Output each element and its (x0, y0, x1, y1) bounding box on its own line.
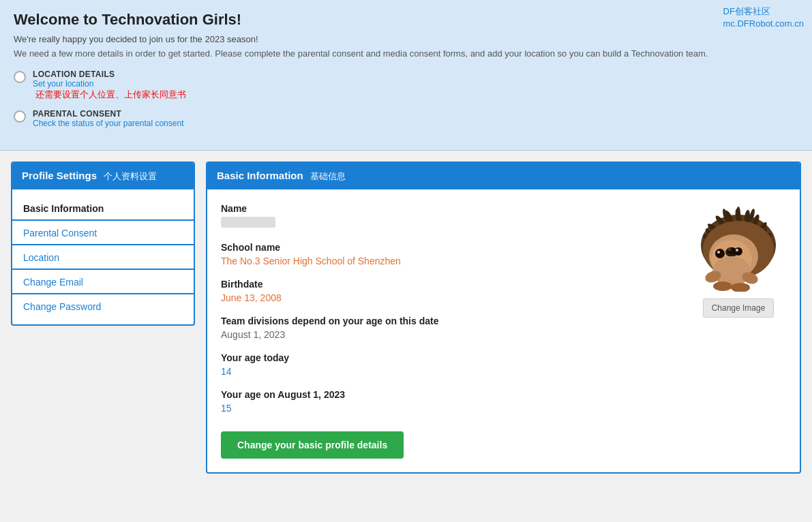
set-location-link[interactable]: Set your location (33, 79, 186, 89)
svg-point-10 (736, 206, 740, 220)
svg-point-28 (713, 281, 732, 291)
checklist-consent: PARENTAL CONSENT Check the status of you… (14, 109, 798, 128)
checklist-consent-label: PARENTAL CONSENT (33, 109, 183, 119)
main-panel: Basic Information 基础信息 Name School name … (206, 162, 801, 474)
panel-header-title: Basic Information (217, 170, 303, 181)
svg-point-24 (736, 249, 738, 251)
field-age-today: Your age today 14 (221, 352, 677, 377)
change-image-button[interactable]: Change Image (703, 298, 775, 318)
field-birthdate-label: Birthdate (221, 279, 677, 290)
field-school-label: School name (221, 242, 677, 253)
panel-fields: Name School name The No.3 Senior High Sc… (221, 203, 677, 459)
field-team-divisions: Team divisions depend on your age on thi… (221, 316, 677, 340)
avatar-image (694, 203, 783, 292)
profile-sidebar: Profile Settings 个人资料设置 Basic Informatio… (11, 162, 195, 326)
banner-desc: We need a few more details in order to g… (14, 48, 798, 59)
field-school-value: The No.3 Senior High School of Shenzhen (221, 256, 677, 266)
watermark-line2: mc.DFRobot.com.cn (723, 18, 804, 29)
sidebar-item-change-email[interactable]: Change Email (12, 270, 194, 294)
checklist-location-label: LOCATION DETAILS (33, 70, 186, 79)
watermark: DF创客社区 mc.DFRobot.com.cn (723, 5, 804, 30)
sidebar-header: Profile Settings 个人资料设置 (12, 163, 194, 189)
field-age-august: Your age on August 1, 2023 15 (221, 389, 677, 414)
svg-point-21 (715, 249, 725, 258)
field-team-divisions-value: August 1, 2023 (221, 329, 677, 340)
welcome-banner: DF创客社区 mc.DFRobot.com.cn Welcome to Tech… (0, 0, 812, 151)
field-age-august-label: Your age on August 1, 2023 (221, 389, 677, 400)
checklist-location-note: 还需要设置个人位置、上传家长同意书 (35, 89, 186, 99)
field-birthdate-value: June 13, 2008 (221, 292, 677, 303)
panel-header-cn: 基础信息 (310, 171, 346, 181)
banner-subtitle: We're really happy you decided to join u… (14, 34, 798, 44)
field-age-august-value: 15 (221, 403, 677, 414)
radio-consent (14, 110, 26, 123)
sidebar-item-location[interactable]: Location (12, 245, 194, 270)
svg-point-20 (727, 248, 732, 251)
field-age-today-value: 14 (221, 366, 677, 377)
main-content: Profile Settings 个人资料设置 Basic Informatio… (0, 151, 812, 485)
field-school: School name The No.3 Senior High School … (221, 242, 677, 266)
field-name-value (221, 217, 275, 228)
check-consent-link[interactable]: Check the status of your parental consen… (33, 119, 183, 128)
sidebar-nav: Basic Information Parental Consent Locat… (12, 189, 194, 324)
watermark-line1: DF创客社区 (723, 6, 770, 16)
sidebar-header-title: Profile Settings (22, 170, 97, 181)
radio-location (14, 71, 26, 83)
sidebar-header-cn: 个人资料设置 (104, 171, 157, 181)
banner-title: Welcome to Technovation Girls! (14, 11, 798, 29)
field-age-today-label: Your age today (221, 352, 677, 363)
panel-header: Basic Information 基础信息 (207, 163, 800, 189)
change-profile-button[interactable]: Change your basic profile details (221, 431, 404, 459)
svg-point-25 (712, 256, 751, 286)
svg-point-23 (734, 247, 742, 256)
field-birthdate: Birthdate June 13, 2008 (221, 279, 677, 303)
avatar-area: Change Image (691, 203, 786, 459)
field-name: Name (221, 203, 677, 230)
panel-body: Name School name The No.3 Senior High Sc… (207, 189, 800, 472)
field-team-divisions-label: Team divisions depend on your age on thi… (221, 316, 677, 326)
svg-point-22 (717, 251, 720, 254)
field-name-label: Name (221, 203, 677, 214)
sidebar-item-basic-information[interactable]: Basic Information (12, 196, 194, 221)
sidebar-item-change-password[interactable]: Change Password (12, 294, 194, 318)
checklist-location: LOCATION DETAILS Set your location 还需要设置… (14, 70, 798, 101)
sidebar-item-parental-consent[interactable]: Parental Consent (12, 221, 194, 245)
